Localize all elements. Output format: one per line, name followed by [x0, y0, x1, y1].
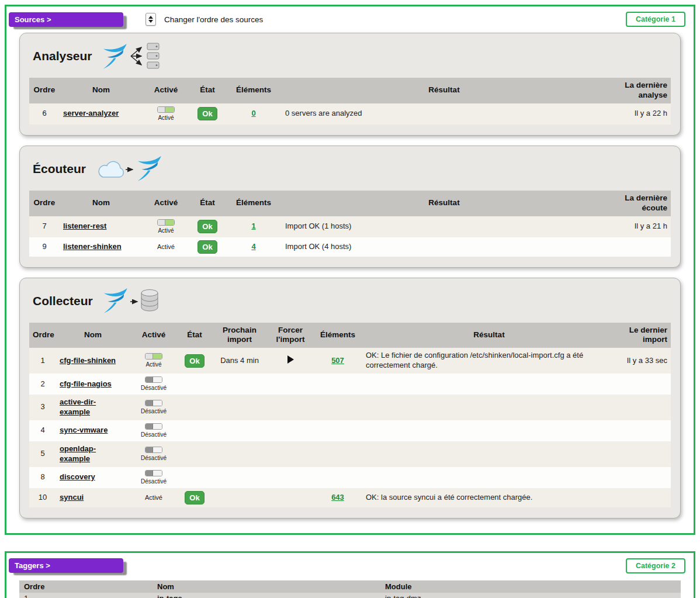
taggers-section: Taggers > Catégorie 2 OrdreNomModule1ip-… [5, 551, 695, 598]
source-row: 1cfg-file-shinkenActivéOkDans 4 min507OK… [29, 348, 671, 374]
source-row: 8discoveryDésactivé [29, 467, 671, 488]
elements-count-link[interactable]: 4 [251, 242, 255, 251]
elements-cell [313, 420, 362, 441]
listener-icon-svg [94, 154, 162, 184]
name-cell: cfg-file-nagios [56, 374, 130, 395]
taggers-button[interactable]: Taggers > [9, 558, 123, 573]
source-name-link[interactable]: server-analyzer [63, 109, 119, 117]
column-header-nom: Nom [56, 323, 130, 348]
header-row: OrdreNomModule [19, 580, 681, 593]
source-name-link[interactable]: listener-rest [63, 222, 106, 230]
toggle-knob [158, 220, 165, 225]
status-ok-badge: Ok [197, 107, 217, 120]
state-cell [178, 420, 212, 441]
column-header-forcer: Forcer l'import [268, 323, 313, 348]
column-header-active: Activé [130, 323, 178, 348]
elements-cell [313, 374, 362, 395]
next-import-cell [212, 395, 268, 420]
elements-cell: 0 [226, 103, 282, 125]
last-run-cell: Il y a 33 sec [616, 348, 671, 374]
enabled-cell: Désactivé [130, 441, 178, 467]
sources-section-header: Sources > Changer l'ordre des sources Ca… [6, 6, 694, 32]
source-name-link[interactable]: cfg-file-nagios [60, 379, 112, 388]
enabled-control: Désactivé [133, 423, 174, 438]
source-row: 9listener-shinkenActivéOk4Import OK (4 h… [29, 237, 671, 257]
enabled-label: Désactivé [141, 431, 167, 438]
elements-cell: 1 [226, 216, 282, 237]
sources-button[interactable]: Sources > [9, 12, 123, 27]
column-header-nom: Nom [153, 580, 380, 593]
enabled-toggle[interactable] [145, 353, 162, 360]
source-name-link[interactable]: listener-shinken [63, 242, 122, 251]
toggle-track [153, 354, 162, 359]
column-header-ordre: Ordre [29, 323, 56, 348]
source-name-link[interactable]: active-dir-example [60, 397, 96, 416]
enabled-control: Désactivé [133, 400, 174, 415]
source-name-link[interactable]: sync-vmware [60, 426, 108, 434]
source-row: 4sync-vmwareDésactivé [29, 420, 671, 441]
enabled-label: Désactivé [141, 384, 167, 392]
panel-title: Collecteur [33, 294, 93, 308]
source-name-link[interactable]: openldap-example [60, 444, 96, 463]
column-header-resultat: Résultat [362, 323, 616, 348]
next-import-cell [212, 488, 268, 507]
name-cell: openldap-example [56, 441, 130, 467]
name-cell: listener-shinken [60, 237, 143, 257]
toggle-track [165, 107, 174, 112]
source-row: 2cfg-file-nagiosDésactivé [29, 374, 671, 395]
header-row: OrdreNomActivéÉtatÉlémentsRésultatLa der… [29, 191, 671, 216]
column-header-elements: Éléments [226, 191, 282, 216]
source-name-link[interactable]: discovery [60, 472, 95, 481]
last-run-cell [607, 237, 671, 257]
enabled-toggle[interactable] [157, 219, 175, 226]
toggle-track [153, 400, 162, 406]
toggle-track [153, 424, 162, 429]
analyseur-table: OrdreNomActivéÉtatÉlémentsRésultatLa der… [29, 78, 671, 125]
state-cell [178, 374, 212, 395]
source-row: 5openldap-exampleDésactivé [29, 441, 671, 467]
result-cell [362, 467, 616, 488]
reorder-sources-label: Changer l'ordre des sources [164, 15, 263, 24]
enabled-toggle[interactable] [145, 470, 162, 476]
enabled-toggle[interactable] [145, 376, 162, 383]
elements-count-link[interactable]: 643 [331, 493, 344, 502]
toggle-knob [145, 424, 153, 429]
column-header-nom: Nom [60, 78, 143, 103]
next-import-cell: Dans 4 min [212, 348, 268, 374]
elements-cell: 4 [226, 237, 282, 257]
force-import-button[interactable] [287, 355, 294, 364]
enabled-control: Activé [146, 243, 186, 251]
state-cell [178, 467, 212, 488]
name-cell: sync-vmware [56, 420, 130, 441]
next-import-cell [212, 374, 268, 395]
source-row: 6server-analyzerActivéOk00 servers are a… [29, 103, 671, 125]
enabled-toggle[interactable] [145, 447, 162, 453]
fan-arrows-icon [131, 47, 141, 65]
enabled-toggle[interactable] [145, 423, 162, 430]
enabled-toggle[interactable] [157, 106, 175, 113]
last-run-cell: Il y a 21 h [607, 216, 671, 237]
enabled-toggle[interactable] [145, 400, 162, 406]
state-cell: Ok [189, 103, 226, 125]
state-cell: Ok [189, 237, 226, 257]
toggle-track [153, 471, 162, 476]
elements-count-link[interactable]: 507 [331, 356, 344, 365]
last-run-cell: Il y a 22 h [607, 103, 671, 125]
order-cell: 5 [29, 441, 56, 467]
elements-count-link[interactable]: 1 [251, 222, 255, 230]
source-name-link[interactable]: cfg-file-shinken [60, 356, 116, 365]
column-header-etat: État [178, 323, 212, 348]
order-cell: 9 [29, 237, 60, 257]
elements-cell [313, 395, 362, 420]
toggle-knob [145, 471, 153, 476]
name-cell: server-analyzer [60, 103, 143, 125]
toggle-knob [145, 354, 153, 359]
shinken-bird-icon [138, 156, 161, 181]
column-header-ordre: Ordre [29, 191, 60, 216]
reorder-sources-icon[interactable] [145, 13, 156, 26]
source-name-link[interactable]: syncui [60, 493, 84, 502]
ecouteur-table: OrdreNomActivéÉtatÉlémentsRésultatLa der… [29, 191, 671, 257]
panel-ecouteur-head: Écouteur [33, 154, 671, 184]
elements-count-link[interactable]: 0 [251, 109, 255, 117]
state-cell [178, 441, 212, 467]
